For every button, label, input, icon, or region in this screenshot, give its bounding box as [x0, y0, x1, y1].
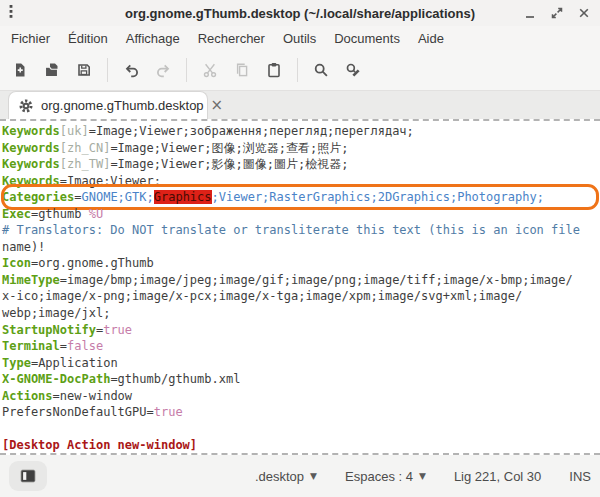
cut-button — [195, 56, 225, 84]
editor-line: PrefersNonDefaultGPU=true — [2, 404, 600, 421]
menu-affichage[interactable]: Affichage — [117, 28, 189, 49]
code-segment-key: Keywords — [2, 141, 60, 155]
cursor-position-label: Lig 221, Col 30 — [454, 469, 541, 484]
search-replace-icon — [345, 62, 361, 78]
editor-line: Terminal=false — [2, 338, 600, 355]
editor-line: Keywords[uk]=Image;Viewer;зображення;пер… — [2, 123, 600, 140]
code-segment-key: Type — [2, 356, 31, 370]
editor-line: Type=Application — [2, 355, 600, 372]
code-segment-key: X-GNOME-DocPath — [2, 372, 110, 386]
code-segment-key: Terminal — [2, 339, 60, 353]
code-segment-loc: [zh_TW] — [60, 157, 111, 171]
code-segment-plain: = — [60, 339, 67, 353]
statusbar: .desktop ▼ Espaces : 4 ▼ Lig 221, Col 30… — [0, 455, 600, 497]
copy-button — [227, 56, 257, 84]
paste-icon — [266, 62, 282, 78]
code-segment-cat: GNOME;GTK; — [81, 190, 153, 204]
editor-line: Icon=org.gnome.gThumb — [2, 255, 600, 272]
code-segment-key: Keywords — [2, 157, 60, 171]
paste-button[interactable] — [259, 56, 289, 84]
text-editor-area[interactable]: Keywords[uk]=Image;Viewer;зображення;пер… — [0, 119, 600, 455]
menu-aide[interactable]: Aide — [409, 28, 453, 49]
menu-documents[interactable]: Documents — [325, 28, 409, 49]
redo-icon — [155, 62, 172, 79]
code-segment-special: true — [103, 323, 132, 337]
editor-line: Actions=new-window — [2, 388, 600, 405]
tab-width-dropdown[interactable]: Espaces : 4 ▼ — [345, 469, 426, 484]
tab-desktop-file[interactable]: org.gnome.gThumb.desktop × — [8, 91, 208, 119]
code-segment-plain: =gthumb — [31, 207, 89, 221]
side-panel-icon — [20, 469, 36, 483]
titlebar: org.gnome.gThumb.desktop (~/.local/share… — [0, 0, 600, 26]
menu-dition[interactable]: Édition — [59, 28, 117, 49]
menu-rechercher[interactable]: Rechercher — [189, 28, 274, 49]
save-button[interactable] — [69, 56, 99, 84]
code-segment-loc: [uk] — [60, 124, 89, 138]
editor-line: # Translators: Do NOT translate or trans… — [2, 222, 600, 239]
save-icon — [76, 62, 92, 78]
window-title: org.gnome.gThumb.desktop (~/.local/share… — [0, 6, 600, 21]
cut-icon — [202, 62, 218, 78]
search-button[interactable] — [306, 56, 336, 84]
editor-line: Keywords[zh_TW]=Image;Viewer;影像;圖像;圖片;檢視… — [2, 156, 600, 173]
code-segment-key: Keywords — [2, 124, 60, 138]
tab-close-icon[interactable]: × — [211, 98, 224, 113]
app-menu-icon[interactable] — [9, 4, 13, 21]
editor-line: webp;image/jxl; — [2, 305, 600, 322]
code-segment-special: false — [67, 339, 103, 353]
undo-button[interactable] — [116, 56, 146, 84]
filetype-dropdown[interactable]: .desktop ▼ — [255, 469, 317, 484]
code-segment-plain: =Image;Viewer; — [60, 174, 161, 188]
editor-line: Keywords[zh_CN]=Image;Viewer;图像;浏览器;查看;照… — [2, 140, 600, 157]
redo-button — [148, 56, 178, 84]
editor-line: Exec=gthumb %U — [2, 206, 600, 223]
tab-width-label: Espaces : 4 — [345, 469, 413, 484]
menu-fichier[interactable]: Fichier — [2, 28, 59, 49]
code-segment-key: StartupNotify — [2, 323, 96, 337]
code-segment-plain: =new-window — [53, 389, 132, 403]
chevron-down-icon: ▼ — [310, 471, 317, 481]
toolbar — [0, 50, 600, 90]
code-segment-key: Icon — [2, 256, 31, 270]
restore-icon[interactable] — [549, 5, 565, 21]
code-segment-plain: =org.gnome.gThumb — [31, 256, 154, 270]
undo-icon — [123, 62, 140, 79]
search-replace-button[interactable] — [338, 56, 368, 84]
editor-line: StartupNotify=true — [2, 322, 600, 339]
menu-outils[interactable]: Outils — [274, 28, 325, 49]
code-segment-plain: =Image;Viewer;图像;浏览器;查看;照片; — [110, 141, 348, 155]
code-segment-plain: PrefersNonDefaultGPU= — [2, 405, 154, 419]
code-segment-plain: =Image;Viewer;зображення;перегляд;перегл… — [89, 124, 414, 138]
editor-line: Categories=GNOME;GTK;Graphics;Viewer;Ras… — [2, 189, 600, 206]
tabbar: org.gnome.gThumb.desktop × — [0, 90, 600, 119]
code-segment-plain: name)! — [2, 240, 45, 254]
code-segment-key: Categories — [2, 190, 74, 204]
code-segment-plain: webp;image/jxl; — [2, 306, 110, 320]
toolbar-separator — [107, 58, 108, 82]
code-segment-cat: ;Viewer;RasterGraphics;2DGraphics;Photog… — [212, 190, 544, 204]
open-document-button[interactable] — [37, 56, 67, 84]
search-icon — [313, 62, 329, 78]
minimize-icon[interactable] — [522, 5, 538, 21]
side-panel-toggle-button[interactable] — [9, 461, 47, 491]
code-segment-comment: # Translators: Do NOT translate or trans… — [2, 223, 580, 237]
code-segment-match: Graphics — [154, 190, 212, 204]
editor-line: [Desktop Action new-window] — [2, 437, 600, 454]
close-icon[interactable] — [576, 5, 592, 21]
filetype-label: .desktop — [255, 469, 304, 484]
toolbar-separator — [186, 58, 187, 82]
code-segment-key: Keywords — [2, 174, 60, 188]
menubar: FichierÉditionAffichageRechercherOutilsD… — [0, 26, 600, 50]
code-segment-key: Exec — [2, 207, 31, 221]
code-segment-key: Actions — [2, 389, 53, 403]
editor-line: name)! — [2, 239, 600, 256]
new-document-button[interactable] — [5, 56, 35, 84]
code-segment-loc: [zh_CN] — [60, 141, 111, 155]
code-segment-key: MimeType — [2, 273, 60, 287]
editor-line: X-GNOME-DocPath=gthumb/gthumb.xml — [2, 371, 600, 388]
editor-line — [2, 421, 600, 438]
gear-icon — [18, 98, 34, 114]
editor-line: x-ico;image/x-png;image/x-pcx;image/x-tg… — [2, 288, 600, 305]
toolbar-separator — [297, 58, 298, 82]
code-segment-plain: x-ico;image/x-png;image/x-pcx;image/x-tg… — [2, 289, 522, 303]
